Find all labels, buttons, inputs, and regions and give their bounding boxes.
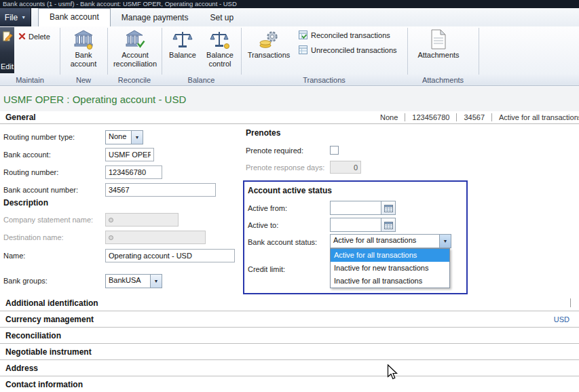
- section-label: Reconciliation: [5, 331, 61, 340]
- new-bank-account-button[interactable]: Bank account: [64, 28, 103, 74]
- account-reconciliation-icon: [125, 28, 145, 51]
- page-title-bar: USMF OPER : Operating account - USD: [0, 87, 579, 111]
- section-negotiable-instrument[interactable]: Negotiable instrument: [0, 344, 579, 360]
- reconciled-transactions-button[interactable]: Reconciled transactions: [296, 28, 392, 42]
- section-label: Address: [5, 364, 38, 373]
- tab-set-up[interactable]: Set up: [199, 9, 244, 26]
- group-label-new: New: [60, 75, 107, 86]
- bank-account-input[interactable]: [105, 148, 154, 161]
- edit-pencil-icon: [2, 31, 13, 43]
- summary-routing-type: None: [380, 113, 398, 121]
- group-label-reconcile: Reconcile: [107, 75, 162, 86]
- file-menu-button[interactable]: File ▼: [0, 8, 31, 26]
- prenote-required-label: Prenote required:: [246, 146, 303, 155]
- calendar-icon[interactable]: [381, 218, 396, 232]
- ribbon-group-label-strip: Maintain New Reconcile Balance Transacti…: [0, 75, 579, 86]
- account-reconciliation-button[interactable]: Account reconciliation: [109, 28, 162, 74]
- routing-number-type-label: Routing number type:: [3, 133, 75, 141]
- active-to-field: [330, 218, 396, 232]
- routing-number-label: Routing number:: [3, 168, 58, 176]
- lock-icon: [109, 235, 113, 240]
- section-reconciliation[interactable]: Reconciliation: [0, 328, 579, 344]
- bank-groups-label: Bank groups:: [3, 277, 48, 285]
- bank-account-number-input[interactable]: [105, 183, 216, 197]
- attachments-button[interactable]: Attachments: [414, 28, 463, 74]
- bank-groups-value: BankUSA: [106, 275, 150, 288]
- section-label: Currency management: [5, 315, 94, 324]
- company-statement-name-input: [105, 213, 179, 227]
- summary-status: Active for all transactions: [499, 113, 579, 121]
- active-from-input[interactable]: [330, 201, 381, 215]
- group-label-transactions: Transactions: [241, 75, 407, 86]
- section-contact-information[interactable]: Contact information: [0, 376, 579, 392]
- window-title-bar: Bank accounts (1 - usmf) - Bank account:…: [0, 0, 579, 8]
- balance-scales-icon: [172, 28, 193, 51]
- bank-account-number-label: Bank account number:: [3, 186, 78, 194]
- prenote-required-checkbox[interactable]: [330, 146, 339, 155]
- page-title: USMF OPER : Operating account - USD: [3, 94, 186, 105]
- chevron-down-icon[interactable]: ▼: [439, 235, 451, 248]
- balance-control-button[interactable]: Balance control: [201, 28, 239, 74]
- bank-account-status-value: Active for all transactions: [331, 235, 439, 248]
- summary-divider: [456, 113, 457, 121]
- active-from-field: [330, 201, 396, 215]
- window-title: Bank accounts (1 - usmf) - Bank account:…: [3, 0, 237, 7]
- section-currency-management[interactable]: Currency management USD: [0, 311, 579, 328]
- chevron-down-icon[interactable]: ▼: [131, 131, 143, 144]
- dropdown-option-inactive-all[interactable]: Inactive for all transactions: [331, 275, 449, 288]
- destination-name-label: Destination name:: [3, 233, 64, 241]
- section-additional-identification[interactable]: Additional identification: [0, 295, 579, 311]
- reconciled-transactions-label: Reconciled transactions: [311, 31, 390, 39]
- transactions-gear-coins-icon: [259, 28, 279, 51]
- unreconciled-transactions-label: Unreconciled transactions: [311, 46, 397, 54]
- general-section-header[interactable]: General None 123456780 34567 Active for …: [0, 111, 579, 124]
- transactions-button[interactable]: Transactions: [244, 28, 293, 74]
- general-summary: None 123456780 34567 Active for all tran…: [380, 113, 579, 121]
- mouse-cursor: [387, 364, 398, 383]
- dropdown-option-inactive-new[interactable]: Inactive for new transactions: [331, 262, 449, 275]
- group-label-attachments: Attachments: [407, 75, 479, 86]
- file-menu-label: File: [5, 13, 18, 22]
- chevron-down-icon: ▼: [21, 15, 26, 20]
- balance-control-icon: [210, 28, 230, 51]
- unreconciled-transactions-icon: [298, 45, 308, 56]
- prenote-response-days-input: 0: [330, 161, 361, 174]
- group-label-maintain: Maintain: [0, 75, 60, 86]
- balance-button-label: Balance: [166, 51, 200, 60]
- description-subheader: Description: [3, 198, 48, 208]
- balance-button[interactable]: Balance: [166, 28, 200, 74]
- account-active-status-subheader: Account active status: [248, 186, 332, 195]
- unreconciled-transactions-button[interactable]: Unreconciled transactions: [296, 43, 399, 57]
- bank-groups-select[interactable]: BankUSA ▼: [105, 274, 162, 288]
- prenote-response-days-value: 0: [354, 163, 358, 172]
- bank-accounts-window: Bank accounts (1 - usmf) - Bank account:…: [0, 0, 579, 392]
- chevron-down-icon[interactable]: ▼: [150, 275, 162, 288]
- active-to-input[interactable]: [330, 218, 381, 232]
- balance-control-label: Balance control: [201, 51, 239, 68]
- dropdown-option-active-all[interactable]: Active for all transactions: [331, 249, 449, 262]
- tab-bank-account[interactable]: Bank account: [38, 8, 111, 26]
- tab-manage-payments[interactable]: Manage payments: [111, 9, 200, 26]
- bank-account-status-select[interactable]: Active for all transactions ▼: [330, 234, 451, 248]
- edit-button[interactable]: Edit: [0, 27, 14, 73]
- ribbon-tab-bar: File ▼ Bank account Manage payments Set …: [0, 8, 579, 26]
- routing-number-input[interactable]: [105, 165, 162, 179]
- company-statement-name-label: Company statement name:: [3, 216, 93, 224]
- reconciled-transactions-icon: [298, 30, 308, 41]
- section-address[interactable]: Address: [0, 360, 579, 376]
- credit-limit-label: Credit limit:: [248, 265, 285, 273]
- summary-divider: [491, 113, 492, 121]
- attachments-button-label: Attachments: [414, 51, 463, 60]
- name-input[interactable]: [105, 249, 235, 262]
- edit-button-label: Edit: [1, 62, 14, 71]
- bank-icon: [73, 28, 94, 51]
- routing-number-type-value: None: [106, 131, 131, 144]
- bank-account-status-label: Bank account status:: [248, 238, 317, 246]
- transactions-button-label: Transactions: [244, 51, 293, 60]
- delete-x-icon: [18, 33, 26, 41]
- routing-number-type-select[interactable]: None ▼: [105, 130, 143, 144]
- new-bank-account-label: Bank account: [64, 51, 103, 68]
- currency-summary-value: USD: [554, 315, 579, 324]
- delete-button[interactable]: Delete: [16, 30, 52, 43]
- calendar-icon[interactable]: [381, 201, 396, 215]
